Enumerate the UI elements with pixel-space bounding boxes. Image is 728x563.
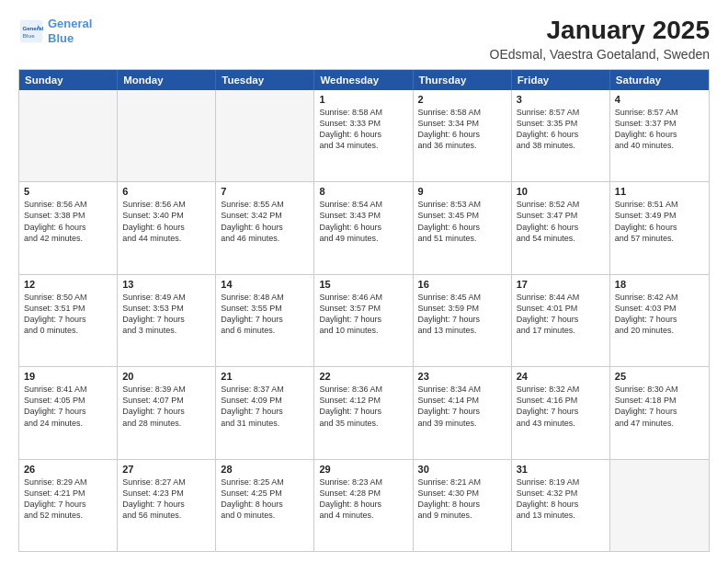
day-number: 28 [221,464,309,475]
cell-line: Sunset: 3:34 PM [418,118,506,129]
day-number: 9 [418,186,506,197]
cell-line: Sunrise: 8:45 AM [418,292,506,303]
day-number: 6 [122,186,210,197]
calendar-header-friday: Friday [512,70,610,90]
cell-line: Sunrise: 8:48 AM [221,292,309,303]
calendar-cell-23: 23Sunrise: 8:34 AMSunset: 4:14 PMDayligh… [414,367,512,458]
calendar-header-saturday: Saturday [610,70,709,90]
day-number: 26 [24,464,112,475]
cell-line: Sunset: 3:35 PM [517,118,605,129]
day-number: 4 [615,94,704,105]
calendar-cell-2: 2Sunrise: 8:58 AMSunset: 3:34 PMDaylight… [414,90,512,181]
cell-line: Sunset: 3:40 PM [122,210,210,221]
calendar-header-wednesday: Wednesday [314,70,413,90]
cell-line: and 46 minutes. [221,233,309,244]
day-number: 23 [418,371,506,382]
cell-line: Sunset: 4:01 PM [517,303,605,314]
cell-line: and 43 minutes. [517,418,605,429]
cell-line: Sunset: 3:55 PM [221,303,309,314]
calendar-body: 1Sunrise: 8:58 AMSunset: 3:33 PMDaylight… [19,90,709,551]
cell-line: Sunrise: 8:25 AM [221,477,309,488]
cell-line: and 17 minutes. [517,325,605,336]
cell-line: and 38 minutes. [517,140,605,151]
calendar-row-2: 12Sunrise: 8:50 AMSunset: 3:51 PMDayligh… [19,275,709,367]
cell-line: Sunrise: 8:58 AM [319,107,407,118]
cell-line: Daylight: 7 hours [122,499,210,510]
cell-line: Sunrise: 8:56 AM [24,199,112,210]
calendar-cell-6: 6Sunrise: 8:56 AMSunset: 3:40 PMDaylight… [118,182,216,273]
calendar-cell-18: 18Sunrise: 8:42 AMSunset: 4:03 PMDayligh… [610,275,709,366]
calendar-cell-20: 20Sunrise: 8:39 AMSunset: 4:07 PMDayligh… [118,367,216,458]
calendar-cell-empty-0-1 [118,90,216,181]
calendar-cell-17: 17Sunrise: 8:44 AMSunset: 4:01 PMDayligh… [512,275,610,366]
main-title: January 2025 [490,17,710,45]
cell-line: and 57 minutes. [615,233,704,244]
cell-line: Sunrise: 8:39 AM [122,384,210,395]
cell-line: and 3 minutes. [122,325,210,336]
cell-line: and 44 minutes. [122,233,210,244]
calendar-cell-26: 26Sunrise: 8:29 AMSunset: 4:21 PMDayligh… [19,460,118,551]
calendar-cell-9: 9Sunrise: 8:53 AMSunset: 3:45 PMDaylight… [414,182,512,273]
cell-line: Sunset: 4:21 PM [24,488,112,499]
cell-line: Sunrise: 8:56 AM [122,199,210,210]
day-number: 1 [319,94,407,105]
cell-line: and 0 minutes. [221,510,309,521]
logo-icon: General Blue [18,18,44,44]
cell-line: Daylight: 6 hours [319,222,407,233]
day-number: 16 [418,279,506,290]
cell-line: Sunrise: 8:57 AM [615,107,704,118]
cell-line: Daylight: 7 hours [122,314,210,325]
calendar-cell-21: 21Sunrise: 8:37 AMSunset: 4:09 PMDayligh… [216,367,314,458]
calendar-cell-3: 3Sunrise: 8:57 AMSunset: 3:35 PMDaylight… [512,90,610,181]
svg-text:Blue: Blue [22,32,35,39]
calendar-cell-25: 25Sunrise: 8:30 AMSunset: 4:18 PMDayligh… [610,367,709,458]
calendar-cell-empty-0-2 [216,90,314,181]
cell-line: Sunset: 4:14 PM [418,395,506,406]
cell-line: Sunrise: 8:27 AM [122,477,210,488]
calendar-row-0: 1Sunrise: 8:58 AMSunset: 3:33 PMDaylight… [19,90,709,182]
cell-line: Sunrise: 8:29 AM [24,477,112,488]
cell-line: and 10 minutes. [319,325,407,336]
cell-line: Sunset: 3:33 PM [319,118,407,129]
cell-line: Daylight: 7 hours [319,406,407,417]
day-number: 29 [319,464,407,475]
cell-line: and 20 minutes. [615,325,704,336]
day-number: 22 [319,371,407,382]
day-number: 8 [319,186,407,197]
calendar-row-1: 5Sunrise: 8:56 AMSunset: 3:38 PMDaylight… [19,182,709,274]
cell-line: Daylight: 6 hours [517,222,605,233]
cell-line: Sunset: 4:12 PM [319,395,407,406]
cell-line: Sunset: 4:09 PM [221,395,309,406]
cell-line: Sunrise: 8:52 AM [517,199,605,210]
cell-line: Sunset: 3:47 PM [517,210,605,221]
logo: General Blue GeneralBlue [18,17,92,45]
title-block: January 2025 OEdsmal, Vaestra Goetaland,… [490,17,710,62]
day-number: 7 [221,186,309,197]
cell-line: Sunset: 3:43 PM [319,210,407,221]
cell-line: Sunset: 4:05 PM [24,395,112,406]
cell-line: and 56 minutes. [122,510,210,521]
calendar-header: SundayMondayTuesdayWednesdayThursdayFrid… [19,70,709,90]
subtitle: OEdsmal, Vaestra Goetaland, Sweden [490,47,710,62]
cell-line: and 0 minutes. [24,325,112,336]
cell-line: Sunset: 4:18 PM [615,395,704,406]
cell-line: and 51 minutes. [418,233,506,244]
cell-line: Daylight: 7 hours [418,314,506,325]
cell-line: and 36 minutes. [418,140,506,151]
calendar-cell-27: 27Sunrise: 8:27 AMSunset: 4:23 PMDayligh… [118,460,216,551]
cell-line: Sunrise: 8:23 AM [319,477,407,488]
calendar-cell-10: 10Sunrise: 8:52 AMSunset: 3:47 PMDayligh… [512,182,610,273]
day-number: 2 [418,94,506,105]
cell-line: Sunset: 4:28 PM [319,488,407,499]
day-number: 19 [24,371,112,382]
cell-line: Daylight: 7 hours [122,406,210,417]
cell-line: Sunset: 3:42 PM [221,210,309,221]
cell-line: Daylight: 6 hours [615,222,704,233]
cell-line: Daylight: 8 hours [221,499,309,510]
header: General Blue GeneralBlue January 2025 OE… [18,17,710,62]
cell-line: Sunrise: 8:44 AM [517,292,605,303]
cell-line: and 13 minutes. [418,325,506,336]
day-number: 20 [122,371,210,382]
cell-line: Sunset: 3:53 PM [122,303,210,314]
cell-line: and 42 minutes. [24,233,112,244]
